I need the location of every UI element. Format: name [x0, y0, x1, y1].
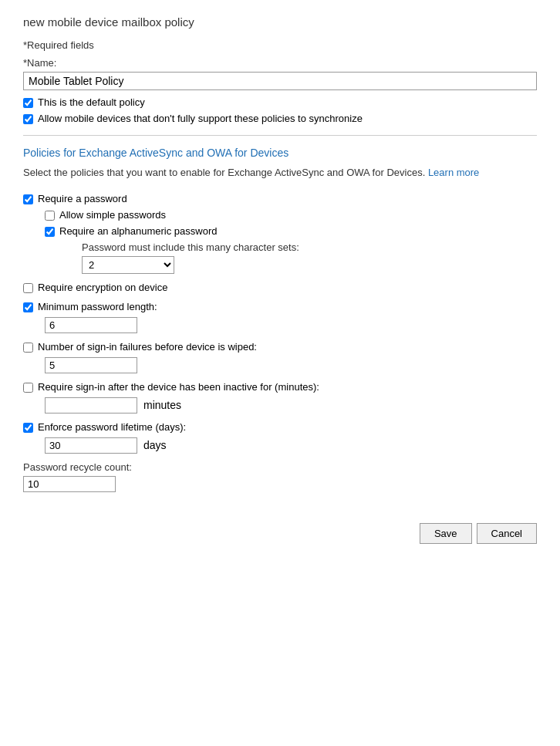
section-desc-text-1: Select the policies that you want to ena… — [23, 167, 425, 178]
sign-in-failures-group: Number of sign-in failures before device… — [23, 341, 537, 373]
require-signin-inactive-label: Require sign-in after the device has bee… — [38, 381, 319, 393]
allow-simple-row: Allow simple passwords — [45, 209, 537, 221]
enforce-password-lifetime-row: Enforce password lifetime (days): — [23, 421, 537, 433]
char-sets-area: Password must include this many characte… — [45, 241, 537, 274]
require-signin-inactive-input[interactable] — [45, 397, 137, 414]
require-signin-inactive-input-area: minutes — [23, 397, 537, 414]
min-password-length-group: Minimum password length: — [23, 301, 537, 333]
min-password-length-checkbox[interactable] — [23, 302, 33, 312]
enforce-password-lifetime-checkbox[interactable] — [23, 423, 33, 433]
name-input[interactable] — [23, 72, 537, 90]
require-encryption-group: Require encryption on device — [23, 282, 537, 293]
require-encryption-checkbox[interactable] — [23, 283, 33, 293]
require-alphanumeric-label: Require an alphanumeric password — [59, 225, 218, 237]
require-signin-inactive-unit: minutes — [143, 399, 181, 411]
password-recycle-count-input-area — [23, 476, 537, 492]
char-sets-select[interactable]: 1 2 3 4 — [82, 256, 174, 274]
min-password-length-row: Minimum password length: — [23, 301, 537, 312]
enforce-password-lifetime-input[interactable] — [45, 437, 137, 454]
allow-simple-label: Allow simple passwords — [59, 209, 166, 221]
page-title: new mobile device mailbox policy — [23, 15, 537, 29]
sign-in-failures-input[interactable] — [45, 357, 137, 373]
sign-in-failures-label: Number of sign-in failures before device… — [38, 341, 257, 353]
sign-in-failures-checkbox[interactable] — [23, 343, 33, 353]
default-policy-row: This is the default policy — [23, 96, 537, 108]
enforce-password-lifetime-label: Enforce password lifetime (days): — [38, 421, 186, 433]
sign-in-failures-row: Number of sign-in failures before device… — [23, 341, 537, 353]
learn-more-link[interactable]: Learn more — [428, 167, 479, 178]
require-signin-inactive-group: Require sign-in after the device has bee… — [23, 381, 537, 414]
required-fields-note: *Required fields — [23, 39, 537, 51]
default-policy-label: This is the default policy — [38, 96, 145, 108]
password-recycle-count-group: Password recycle count: — [23, 461, 537, 492]
enforce-password-lifetime-inline: days — [45, 437, 537, 454]
section-heading: Policies for Exchange ActiveSync and OWA… — [23, 147, 537, 159]
char-sets-label: Password must include this many characte… — [82, 241, 537, 253]
enforce-password-lifetime-input-area: days — [23, 437, 537, 454]
name-label: *Name: — [23, 57, 537, 69]
require-encryption-row: Require encryption on device — [23, 282, 537, 293]
enforce-password-lifetime-group: Enforce password lifetime (days): days — [23, 421, 537, 454]
allow-unsupported-label: Allow mobile devices that don't fully su… — [38, 113, 363, 124]
require-signin-inactive-checkbox[interactable] — [23, 383, 33, 393]
sub-policy-area: Allow simple passwords Require an alphan… — [23, 209, 537, 274]
enforce-password-lifetime-unit: days — [143, 439, 167, 451]
require-signin-inactive-inline: minutes — [45, 397, 537, 414]
min-password-length-label: Minimum password length: — [38, 301, 157, 312]
bottom-buttons: Save Cancel — [23, 523, 537, 544]
min-password-length-input[interactable] — [45, 317, 137, 333]
require-alphanumeric-checkbox[interactable] — [45, 227, 55, 237]
require-signin-inactive-row: Require sign-in after the device has bee… — [23, 381, 537, 393]
require-password-label: Require a password — [38, 193, 127, 204]
default-policy-checkbox[interactable] — [23, 98, 33, 108]
require-alphanumeric-row: Require an alphanumeric password — [45, 225, 537, 237]
cancel-button[interactable]: Cancel — [477, 523, 537, 544]
allow-unsupported-row: Allow mobile devices that don't fully su… — [23, 113, 537, 124]
password-recycle-count-label: Password recycle count: — [23, 461, 537, 473]
allow-simple-checkbox[interactable] — [45, 211, 55, 221]
password-recycle-count-input[interactable] — [23, 476, 116, 492]
require-encryption-label: Require encryption on device — [38, 282, 167, 293]
save-button[interactable]: Save — [420, 523, 472, 544]
allow-unsupported-checkbox[interactable] — [23, 114, 33, 124]
sign-in-failures-input-area — [23, 357, 537, 373]
require-password-checkbox[interactable] — [23, 194, 33, 204]
min-password-length-input-area — [23, 317, 537, 333]
divider-1 — [23, 135, 537, 136]
require-password-group: Require a password Allow simple password… — [23, 193, 537, 274]
policies-area: Require a password Allow simple password… — [23, 193, 537, 492]
require-password-row: Require a password — [23, 193, 537, 204]
section-desc: Select the policies that you want to ena… — [23, 165, 537, 181]
